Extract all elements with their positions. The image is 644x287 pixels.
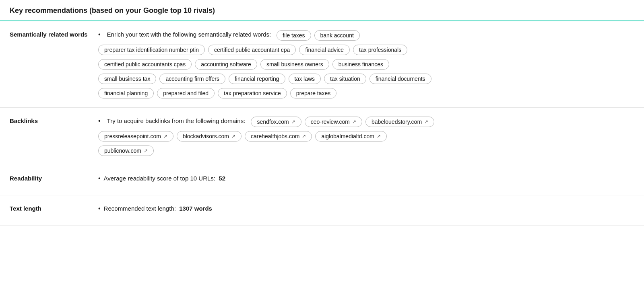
tag-ceo-review[interactable]: ceo-review.com ↗ (305, 117, 362, 127)
tags-row-4: small business tax accounting firm offer… (98, 74, 634, 84)
bullet-text-backlinks: Try to acquire backlinks from the follow… (107, 117, 246, 124)
page-container: Key recommendations (based on your Googl… (0, 0, 644, 226)
section-text-length: Text length • Recommended text length: 1… (0, 195, 644, 226)
tag-blockadvisors[interactable]: blockadvisors.com ↗ (177, 131, 242, 141)
external-link-icon-publicnow: ↗ (144, 148, 148, 154)
bullet-text-length: • (98, 205, 101, 212)
section-content-semantically-related: • Enrich your text with the following se… (98, 30, 634, 98)
section-label-text-length: Text length (10, 204, 98, 212)
bullet-readability: • (98, 175, 101, 182)
tag-tax-situation[interactable]: tax situation (324, 74, 366, 84)
tag-publicnow[interactable]: publicnow.com ↗ (98, 146, 154, 156)
tags-row-0: • Enrich your text with the following se… (98, 30, 634, 41)
tag-prepared-and-filed[interactable]: prepared and filed (157, 88, 215, 98)
section-content-readability: • Average readability score of top 10 UR… (98, 174, 634, 186)
tag-small-business-owners[interactable]: small business owners (260, 59, 329, 70)
page-title-bar: Key recommendations (based on your Googl… (0, 0, 644, 21)
bullet-0: • (98, 31, 101, 38)
bullet-text-0: Enrich your text with the following sema… (107, 31, 271, 38)
readability-score: 52 (219, 175, 225, 182)
backlinks-row-1: • Try to acquire backlinks from the foll… (98, 117, 634, 127)
external-link-icon-ceo-review: ↗ (352, 119, 356, 125)
bullet-backlinks: • (98, 117, 101, 125)
external-link-icon-blockadvisors: ↗ (231, 133, 235, 139)
tag-business-finances[interactable]: business finances (332, 59, 389, 70)
tags-row-3: certified public accountants cpas accoun… (98, 59, 634, 70)
external-link-icon-aiglobalmedialtd: ↗ (377, 133, 381, 139)
tags-inline-row1: file taxes bank account (277, 30, 360, 41)
tag-tax-laws[interactable]: tax laws (289, 74, 321, 84)
tag-financial-advice[interactable]: financial advice (299, 45, 350, 55)
tag-prepare-taxes[interactable]: prepare taxes (290, 88, 337, 98)
section-label-semantically-related: Semantically related words (10, 30, 98, 38)
tags-row-5: financial planning prepared and filed ta… (98, 88, 634, 98)
section-label-backlinks: Backlinks (10, 117, 98, 124)
tag-preparer-tax[interactable]: preparer tax identification number ptin (98, 45, 205, 55)
text-length-text: Recommended text length: 1307 words (104, 205, 212, 212)
tag-small-business-tax[interactable]: small business tax (98, 74, 156, 84)
backlinks-tags-inline: sendfox.com ↗ ceo-review.com ↗ babeloued… (251, 117, 434, 127)
tag-certified-public-accountant[interactable]: certified public accountant cpa (208, 45, 296, 55)
tag-financial-documents[interactable]: financial documents (369, 74, 431, 84)
page-title: Key recommendations (based on your Googl… (10, 6, 215, 14)
tag-accounting-software[interactable]: accounting software (195, 59, 257, 70)
section-content-text-length: • Recommended text length: 1307 words (98, 204, 634, 216)
backlinks-row-2: pressreleasepoint.com ↗ blockadvisors.co… (98, 131, 634, 141)
tag-certified-public-accountants-cpas[interactable]: certified public accountants cpas (98, 59, 192, 70)
tags-row-2: preparer tax identification number ptin … (98, 45, 634, 55)
section-backlinks: Backlinks • Try to acquire backlinks fro… (0, 108, 644, 165)
text-length-value: 1307 words (179, 205, 212, 212)
tag-bank-account[interactable]: bank account (314, 30, 360, 41)
external-link-icon-sendfox: ↗ (291, 119, 295, 125)
section-label-readability: Readability (10, 174, 98, 182)
tag-tax-preparation-service[interactable]: tax preparation service (218, 88, 287, 98)
tag-file-taxes[interactable]: file taxes (277, 30, 311, 41)
tag-accounting-firm-offers[interactable]: accounting firm offers (159, 74, 225, 84)
section-readability: Readability • Average readability score … (0, 165, 644, 195)
tag-sendfox[interactable]: sendfox.com ↗ (251, 117, 301, 127)
tag-carehealthjobs[interactable]: carehealthjobs.com ↗ (245, 131, 312, 141)
section-semantically-related: Semantically related words • Enrich your… (0, 21, 644, 108)
external-link-icon-carehealthjobs: ↗ (302, 133, 306, 139)
tag-aiglobalmedialtd[interactable]: aiglobalmedialtd.com ↗ (315, 131, 387, 141)
tag-financial-reporting[interactable]: financial reporting (229, 74, 285, 84)
readability-text: Average readability score of top 10 URLs… (104, 175, 225, 182)
external-link-icon-pressreleasepoint: ↗ (163, 133, 167, 139)
section-content-backlinks: • Try to acquire backlinks from the foll… (98, 117, 634, 156)
tag-babelouedstory[interactable]: babelouedstory.com ↗ (365, 117, 434, 127)
tag-tax-professionals[interactable]: tax professionals (353, 45, 407, 55)
backlinks-row-3: publicnow.com ↗ (98, 146, 634, 156)
readability-bullet-row: • Average readability score of top 10 UR… (98, 174, 634, 182)
tag-financial-planning[interactable]: financial planning (98, 88, 154, 98)
tag-pressreleasepoint[interactable]: pressreleasepoint.com ↗ (98, 131, 173, 141)
text-length-bullet-row: • Recommended text length: 1307 words (98, 204, 634, 212)
external-link-icon-babelouedstory: ↗ (424, 119, 428, 125)
